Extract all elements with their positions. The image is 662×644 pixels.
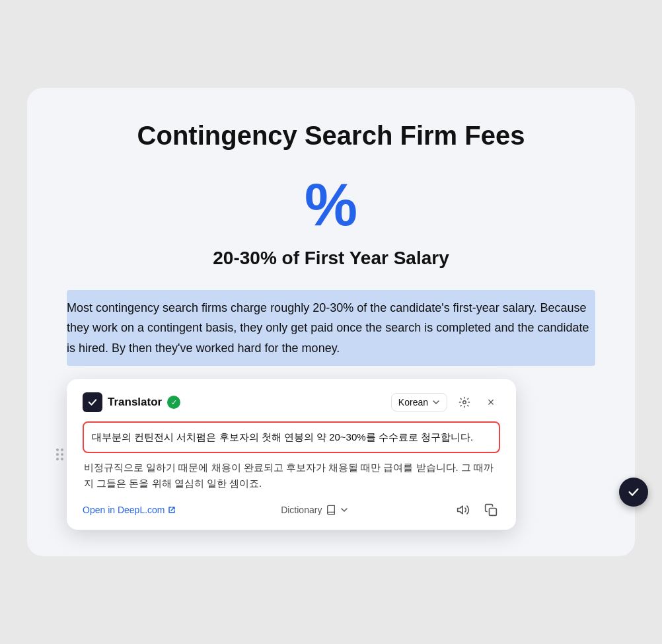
audio-button[interactable] [454, 501, 472, 519]
translated-rest: 비정규직으로 일하기 때문에 채용이 완료되고 후보자가 채용될 때만 급여를 … [83, 460, 500, 491]
deepl-fab-button[interactable] [619, 478, 648, 507]
main-card: Contingency Search Firm Fees % 20-30% of… [27, 88, 635, 557]
svg-marker-1 [458, 507, 463, 515]
verified-badge: ✓ [167, 396, 180, 409]
dictionary-label: Dictionary [281, 505, 322, 515]
translated-first-line: 대부분의 컨틴전시 서치펌은 후보자의 첫해 연봉의 약 20~30%를 수수료… [92, 429, 491, 445]
body-text-highlighted: Most contingency search firms charge rou… [67, 290, 595, 367]
translated-first-line-box: 대부분의 컨틴전시 서치펌은 후보자의 첫해 연봉의 약 20~30%를 수수료… [83, 421, 500, 453]
translator-footer: Open in DeepL.com Dictionary [83, 501, 500, 519]
translator-controls: Korean × [391, 393, 500, 411]
close-button[interactable]: × [482, 393, 500, 411]
dictionary-section[interactable]: Dictionary [281, 505, 348, 515]
svg-point-0 [463, 401, 466, 404]
copy-button[interactable] [482, 501, 500, 519]
translator-popup: Translator ✓ Korean × [67, 379, 516, 530]
svg-rect-2 [490, 509, 497, 516]
settings-button[interactable] [455, 393, 474, 411]
translator-brand: Translator ✓ [83, 392, 180, 412]
drag-handle[interactable] [56, 448, 63, 460]
footer-icons [454, 501, 500, 519]
translator-header: Translator ✓ Korean × [83, 392, 500, 412]
percent-icon-container: % [67, 175, 595, 234]
translator-name: Translator [108, 396, 162, 409]
language-selector[interactable]: Korean [391, 393, 447, 411]
chevron-down-icon-dict [340, 506, 348, 514]
subtitle: 20-30% of First Year Salary [67, 248, 595, 269]
percent-symbol: % [305, 175, 357, 234]
selected-language: Korean [398, 397, 428, 408]
brand-icon [83, 392, 102, 412]
book-icon [326, 505, 336, 515]
page-title: Contingency Search Firm Fees [67, 120, 595, 151]
open-deepl-link[interactable]: Open in DeepL.com [83, 505, 176, 515]
external-link-icon [168, 506, 176, 514]
chevron-down-icon [432, 398, 440, 406]
